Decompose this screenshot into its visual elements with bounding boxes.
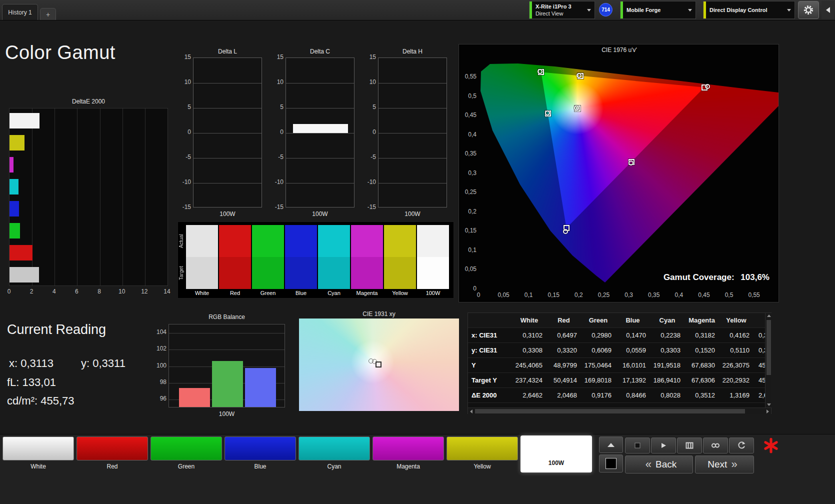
delta-ytick: 5 bbox=[180, 104, 191, 110]
swatch-target-green bbox=[252, 257, 284, 289]
patch-button-100w[interactable]: 100W bbox=[520, 436, 592, 472]
table-cell: 0,0559 bbox=[616, 343, 650, 358]
patch-button-green[interactable]: Green bbox=[150, 436, 222, 470]
table-cell: 1,3 bbox=[754, 403, 765, 408]
display-control-dropdown[interactable]: Direct Display Control bbox=[703, 1, 795, 19]
deltae-xtick: 2 bbox=[26, 288, 38, 295]
table-row: ΔE ITP3,29480,49222,71438,40212,15041,51… bbox=[468, 403, 765, 408]
deltae-bar-blue bbox=[10, 201, 19, 216]
swatch-label: 100W bbox=[417, 289, 449, 297]
pattern-up-button[interactable] bbox=[599, 436, 623, 453]
x-axis-label: 100W bbox=[286, 210, 354, 218]
swatch-actual-yellow bbox=[384, 225, 416, 257]
plot-area bbox=[378, 58, 447, 208]
cie1976-xtick: 0,35 bbox=[644, 292, 664, 298]
patch-button-red[interactable]: Red bbox=[76, 436, 148, 470]
scroll-up-icon[interactable] bbox=[767, 314, 771, 317]
patch-button-blue[interactable]: Blue bbox=[224, 436, 296, 470]
meter-count-badge: 714 bbox=[599, 3, 612, 16]
play-icon bbox=[660, 442, 667, 449]
scroll-thumb[interactable] bbox=[475, 409, 745, 414]
chart-title: Delta L bbox=[193, 48, 262, 55]
deltae-gridline bbox=[100, 108, 100, 286]
table-col-header: Green bbox=[581, 313, 616, 328]
measure-button[interactable] bbox=[651, 438, 676, 454]
repeat-button[interactable] bbox=[729, 438, 754, 454]
scroll-right-icon[interactable] bbox=[766, 410, 769, 414]
swatch-column-cyan: Cyan bbox=[318, 225, 350, 297]
delta-ytick: -10 bbox=[365, 178, 376, 186]
source-device-name: Mobile Forge bbox=[626, 6, 684, 14]
continuous-measure-button[interactable] bbox=[703, 438, 728, 454]
delta-c-chart: Delta C 151050-5-10-15 100W bbox=[272, 47, 358, 215]
next-button[interactable]: Next » bbox=[695, 456, 754, 474]
new-tab-button[interactable]: + bbox=[40, 8, 56, 20]
table-vertical-scrollbar[interactable] bbox=[765, 313, 772, 408]
rgb-ytick: 98 bbox=[152, 378, 166, 386]
deltae-xtick: 6 bbox=[70, 288, 82, 295]
cie1976-ytick: 0,2 bbox=[460, 208, 476, 215]
delta-gridline bbox=[286, 133, 354, 134]
table-col-header: Red bbox=[546, 313, 581, 328]
stop-button[interactable] bbox=[625, 438, 650, 454]
swatch-target-magenta bbox=[351, 257, 383, 289]
table-cell: 0,8466 bbox=[616, 388, 650, 402]
arrow-up-icon bbox=[606, 442, 616, 448]
source-device-dropdown[interactable]: Mobile Forge bbox=[620, 1, 696, 19]
swatch-target-yellow bbox=[384, 257, 416, 289]
gamut-coverage: Gamut Coverage: 103,6% bbox=[660, 272, 770, 282]
table-cell: 3,0105 bbox=[719, 403, 754, 408]
table-horizontal-scrollbar[interactable] bbox=[468, 408, 771, 414]
scroll-left-icon[interactable] bbox=[470, 410, 472, 414]
swatch-label: Yellow bbox=[384, 289, 416, 297]
target-row-label: Target bbox=[178, 257, 186, 289]
swatch-label: White bbox=[186, 289, 218, 297]
table-cell: 0,6497 bbox=[546, 328, 581, 342]
table-col-header: Blue bbox=[616, 313, 650, 328]
table-cell: 45 bbox=[754, 358, 765, 372]
table-cell: 0,3512 bbox=[684, 388, 719, 402]
patch-label: 100W bbox=[520, 460, 592, 466]
patch-swatch-white bbox=[2, 436, 74, 460]
delta-gridline bbox=[286, 108, 354, 108]
pattern-window-button[interactable] bbox=[599, 454, 623, 472]
plot-area bbox=[286, 58, 354, 208]
table-cell: 0,8028 bbox=[650, 388, 684, 402]
settings-button[interactable] bbox=[798, 1, 819, 19]
patch-button-yellow[interactable]: Yellow bbox=[446, 436, 518, 470]
table-cell: 0,3320 bbox=[546, 343, 581, 358]
delta-ytick: -10 bbox=[272, 178, 284, 186]
deltae-bar-red bbox=[10, 245, 32, 260]
patch-button-magenta[interactable]: Magenta bbox=[372, 436, 444, 470]
table-cell: 3,2948 bbox=[512, 403, 546, 408]
meter-device-dropdown[interactable]: X-Rite i1Pro 3 Direct View bbox=[529, 1, 595, 19]
deltae-bar-green bbox=[10, 223, 20, 238]
collapse-panel-button[interactable] bbox=[822, 1, 834, 19]
swatch-label: Green bbox=[252, 289, 284, 297]
scroll-thumb[interactable] bbox=[766, 320, 771, 375]
reading-y: y: 0,3311 bbox=[81, 357, 126, 370]
patch-button-cyan[interactable]: Cyan bbox=[298, 436, 370, 470]
table-cell: 8,4021 bbox=[616, 403, 650, 408]
tab-history-1[interactable]: History 1 bbox=[2, 4, 38, 20]
delta-ytick: -5 bbox=[365, 154, 376, 160]
back-button[interactable]: « Back bbox=[625, 456, 693, 474]
table-row-label: x: CIE31 bbox=[468, 328, 512, 342]
delta-l-chart: Delta L 151050-5-10-15 100W bbox=[180, 47, 265, 215]
table-cell: 0,4922 bbox=[546, 403, 581, 408]
table-cell: 45 bbox=[754, 373, 765, 388]
chart-title: RGB Balance bbox=[168, 314, 285, 320]
cie1976-xtick: 0,1 bbox=[518, 292, 538, 298]
patch-label: Red bbox=[76, 463, 148, 470]
scroll-down-icon[interactable] bbox=[767, 404, 771, 406]
table-cell: 220,2932 bbox=[719, 373, 754, 388]
table-cell: 191,9518 bbox=[650, 358, 684, 372]
table-cell: 17,1392 bbox=[616, 373, 650, 388]
patch-button-white[interactable]: White bbox=[2, 436, 74, 470]
meter-device-mode: Direct View bbox=[536, 10, 584, 17]
deltae-bar-magenta bbox=[10, 157, 14, 172]
rgb-ytick: 102 bbox=[152, 345, 166, 352]
table-col-header: Magenta bbox=[684, 313, 719, 328]
swatch-column-yellow: Yellow bbox=[384, 225, 416, 297]
save-button[interactable] bbox=[677, 438, 702, 454]
